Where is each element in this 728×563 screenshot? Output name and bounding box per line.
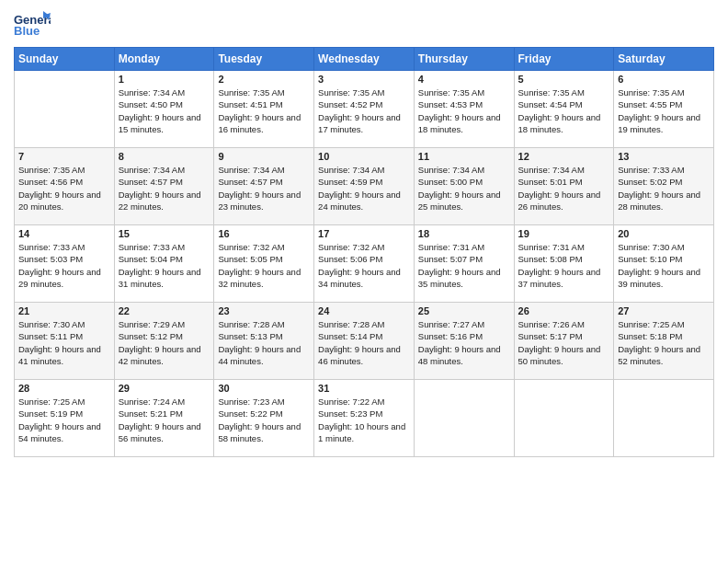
cell-info: Sunrise: 7:24 AMSunset: 5:21 PMDaylight:…	[119, 396, 201, 443]
cell-info: Sunrise: 7:32 AMSunset: 5:06 PMDaylight:…	[318, 242, 401, 289]
calendar-cell: 8Sunrise: 7:34 AMSunset: 4:57 PMDaylight…	[114, 148, 214, 225]
week-row-5: 28Sunrise: 7:25 AMSunset: 5:19 PMDayligh…	[15, 380, 714, 457]
calendar-cell: 24Sunrise: 7:28 AMSunset: 5:14 PMDayligh…	[314, 303, 415, 380]
cell-info: Sunrise: 7:31 AMSunset: 5:08 PMDaylight:…	[518, 242, 601, 289]
cell-info: Sunrise: 7:28 AMSunset: 5:14 PMDaylight:…	[318, 319, 401, 366]
day-number: 5	[518, 74, 610, 85]
calendar-cell: 30Sunrise: 7:23 AMSunset: 5:22 PMDayligh…	[214, 380, 314, 457]
cell-info: Sunrise: 7:30 AMSunset: 5:11 PMDaylight:…	[18, 319, 101, 366]
day-number: 25	[418, 305, 510, 316]
calendar-cell: 20Sunrise: 7:30 AMSunset: 5:10 PMDayligh…	[614, 225, 714, 303]
day-number: 27	[618, 305, 710, 316]
calendar-cell: 1Sunrise: 7:34 AMSunset: 4:50 PMDaylight…	[114, 71, 214, 148]
cell-info: Sunrise: 7:35 AMSunset: 4:52 PMDaylight:…	[318, 87, 401, 134]
cell-info: Sunrise: 7:25 AMSunset: 5:19 PMDaylight:…	[18, 396, 101, 443]
cell-info: Sunrise: 7:34 AMSunset: 4:50 PMDaylight:…	[119, 87, 201, 134]
cell-info: Sunrise: 7:35 AMSunset: 4:55 PMDaylight:…	[618, 87, 700, 134]
calendar-cell	[514, 380, 614, 457]
day-number: 14	[18, 228, 110, 239]
day-number: 15	[119, 228, 210, 239]
day-number: 12	[518, 151, 610, 162]
calendar-cell: 18Sunrise: 7:31 AMSunset: 5:07 PMDayligh…	[414, 225, 514, 303]
calendar-cell: 27Sunrise: 7:25 AMSunset: 5:18 PMDayligh…	[614, 303, 714, 380]
cell-info: Sunrise: 7:34 AMSunset: 5:01 PMDaylight:…	[518, 165, 601, 212]
cell-info: Sunrise: 7:35 AMSunset: 4:51 PMDaylight:…	[218, 87, 301, 134]
cell-info: Sunrise: 7:34 AMSunset: 4:59 PMDaylight:…	[318, 165, 401, 212]
cell-info: Sunrise: 7:33 AMSunset: 5:03 PMDaylight:…	[18, 242, 101, 289]
logo-bird-icon: General Blue	[14, 9, 51, 41]
svg-text:Blue: Blue	[14, 24, 40, 38]
day-number: 26	[518, 305, 610, 316]
page-container: General Blue SundayMondayTuesdayWednesda…	[0, 0, 728, 563]
day-number: 22	[119, 305, 210, 316]
calendar-cell: 17Sunrise: 7:32 AMSunset: 5:06 PMDayligh…	[314, 225, 415, 303]
day-number: 7	[18, 151, 110, 162]
calendar-cell: 5Sunrise: 7:35 AMSunset: 4:54 PMDaylight…	[514, 71, 614, 148]
day-number: 30	[218, 383, 310, 394]
calendar-cell: 4Sunrise: 7:35 AMSunset: 4:53 PMDaylight…	[414, 71, 514, 148]
calendar-cell: 29Sunrise: 7:24 AMSunset: 5:21 PMDayligh…	[114, 380, 214, 457]
calendar-cell	[614, 380, 714, 457]
col-header-thursday: Thursday	[414, 48, 514, 71]
calendar-cell: 22Sunrise: 7:29 AMSunset: 5:12 PMDayligh…	[114, 303, 214, 380]
day-number: 19	[518, 228, 610, 239]
calendar-cell: 7Sunrise: 7:35 AMSunset: 4:56 PMDaylight…	[15, 148, 115, 225]
cell-info: Sunrise: 7:32 AMSunset: 5:05 PMDaylight:…	[218, 242, 301, 289]
day-number: 23	[218, 305, 310, 316]
cell-info: Sunrise: 7:33 AMSunset: 5:02 PMDaylight:…	[618, 165, 700, 212]
calendar-table: SundayMondayTuesdayWednesdayThursdayFrid…	[14, 47, 714, 457]
calendar-cell: 19Sunrise: 7:31 AMSunset: 5:08 PMDayligh…	[514, 225, 614, 303]
day-number: 17	[318, 228, 410, 239]
week-row-2: 7Sunrise: 7:35 AMSunset: 4:56 PMDaylight…	[15, 148, 714, 225]
cell-info: Sunrise: 7:22 AMSunset: 5:23 PMDaylight:…	[318, 396, 405, 443]
col-header-wednesday: Wednesday	[314, 48, 415, 71]
cell-info: Sunrise: 7:33 AMSunset: 5:04 PMDaylight:…	[119, 242, 201, 289]
header: General Blue	[14, 9, 714, 41]
col-header-monday: Monday	[114, 48, 214, 71]
calendar-cell	[15, 71, 115, 148]
calendar-cell: 16Sunrise: 7:32 AMSunset: 5:05 PMDayligh…	[214, 225, 314, 303]
calendar-cell: 10Sunrise: 7:34 AMSunset: 4:59 PMDayligh…	[314, 148, 415, 225]
calendar-cell: 25Sunrise: 7:27 AMSunset: 5:16 PMDayligh…	[414, 303, 514, 380]
calendar-cell: 6Sunrise: 7:35 AMSunset: 4:55 PMDaylight…	[614, 71, 714, 148]
week-row-4: 21Sunrise: 7:30 AMSunset: 5:11 PMDayligh…	[15, 303, 714, 380]
col-header-sunday: Sunday	[15, 48, 115, 71]
cell-info: Sunrise: 7:35 AMSunset: 4:53 PMDaylight:…	[418, 87, 501, 134]
day-number: 18	[418, 228, 510, 239]
logo: General Blue	[14, 9, 51, 41]
cell-info: Sunrise: 7:34 AMSunset: 5:00 PMDaylight:…	[418, 165, 501, 212]
cell-info: Sunrise: 7:29 AMSunset: 5:12 PMDaylight:…	[119, 319, 201, 366]
day-number: 13	[618, 151, 710, 162]
day-number: 3	[318, 74, 410, 85]
day-number: 20	[618, 228, 710, 239]
day-number: 24	[318, 305, 410, 316]
day-number: 2	[218, 74, 310, 85]
cell-info: Sunrise: 7:35 AMSunset: 4:56 PMDaylight:…	[18, 165, 101, 212]
day-number: 1	[119, 74, 210, 85]
day-number: 11	[418, 151, 510, 162]
calendar-cell: 14Sunrise: 7:33 AMSunset: 5:03 PMDayligh…	[15, 225, 115, 303]
week-row-3: 14Sunrise: 7:33 AMSunset: 5:03 PMDayligh…	[15, 225, 714, 303]
calendar-cell: 26Sunrise: 7:26 AMSunset: 5:17 PMDayligh…	[514, 303, 614, 380]
cell-info: Sunrise: 7:35 AMSunset: 4:54 PMDaylight:…	[518, 87, 601, 134]
day-number: 21	[18, 305, 110, 316]
calendar-cell: 13Sunrise: 7:33 AMSunset: 5:02 PMDayligh…	[614, 148, 714, 225]
calendar-cell: 11Sunrise: 7:34 AMSunset: 5:00 PMDayligh…	[414, 148, 514, 225]
calendar-cell: 15Sunrise: 7:33 AMSunset: 5:04 PMDayligh…	[114, 225, 214, 303]
cell-info: Sunrise: 7:28 AMSunset: 5:13 PMDaylight:…	[218, 319, 301, 366]
calendar-cell: 2Sunrise: 7:35 AMSunset: 4:51 PMDaylight…	[214, 71, 314, 148]
calendar-cell: 31Sunrise: 7:22 AMSunset: 5:23 PMDayligh…	[314, 380, 415, 457]
cell-info: Sunrise: 7:27 AMSunset: 5:16 PMDaylight:…	[418, 319, 501, 366]
day-number: 6	[618, 74, 710, 85]
col-header-friday: Friday	[514, 48, 614, 71]
cell-info: Sunrise: 7:34 AMSunset: 4:57 PMDaylight:…	[218, 165, 301, 212]
calendar-cell	[414, 380, 514, 457]
cell-info: Sunrise: 7:23 AMSunset: 5:22 PMDaylight:…	[218, 396, 301, 443]
cell-info: Sunrise: 7:25 AMSunset: 5:18 PMDaylight:…	[618, 319, 700, 366]
day-number: 10	[318, 151, 410, 162]
calendar-cell: 12Sunrise: 7:34 AMSunset: 5:01 PMDayligh…	[514, 148, 614, 225]
day-number: 31	[318, 383, 410, 394]
day-number: 28	[18, 383, 110, 394]
calendar-cell: 28Sunrise: 7:25 AMSunset: 5:19 PMDayligh…	[15, 380, 115, 457]
day-number: 8	[119, 151, 210, 162]
